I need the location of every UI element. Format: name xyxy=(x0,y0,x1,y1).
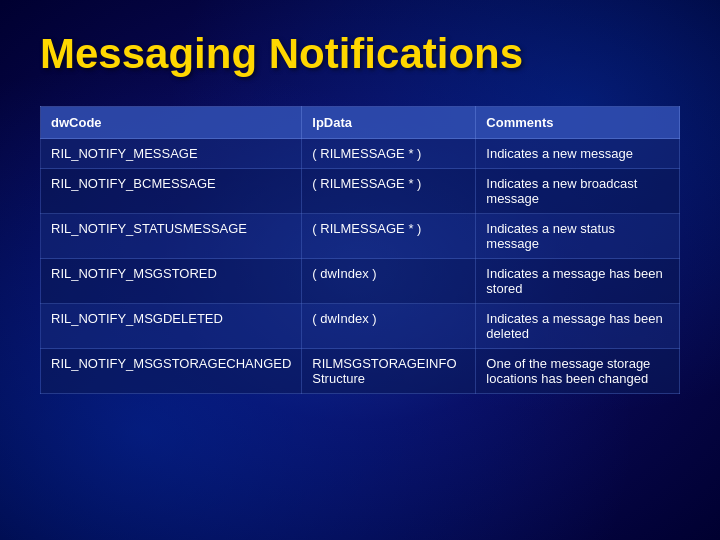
cell-lpdata: ( dwIndex ) xyxy=(302,259,476,304)
table-row: RIL_NOTIFY_BCMESSAGE( RILMESSAGE * )Indi… xyxy=(41,169,680,214)
header-lpdata: lpData xyxy=(302,107,476,139)
notifications-table: dwCode lpData Comments RIL_NOTIFY_MESSAG… xyxy=(40,106,680,394)
cell-lpdata: ( RILMESSAGE * ) xyxy=(302,169,476,214)
table-row: RIL_NOTIFY_MESSAGE( RILMESSAGE * )Indica… xyxy=(41,139,680,169)
table-row: RIL_NOTIFY_MSGSTORAGECHANGEDRILMSGSTORAG… xyxy=(41,349,680,394)
page-title: Messaging Notifications xyxy=(40,30,680,78)
table-row: RIL_NOTIFY_STATUSMESSAGE( RILMESSAGE * )… xyxy=(41,214,680,259)
table-header-row: dwCode lpData Comments xyxy=(41,107,680,139)
main-container: Messaging Notifications dwCode lpData Co… xyxy=(0,0,720,424)
cell-lpdata: ( RILMESSAGE * ) xyxy=(302,214,476,259)
header-comments: Comments xyxy=(476,107,680,139)
cell-dwcode: RIL_NOTIFY_MSGDELETED xyxy=(41,304,302,349)
table-row: RIL_NOTIFY_MSGDELETED( dwIndex )Indicate… xyxy=(41,304,680,349)
cell-comments: Indicates a new message xyxy=(476,139,680,169)
cell-comments: Indicates a message has been deleted xyxy=(476,304,680,349)
cell-comments: Indicates a new status message xyxy=(476,214,680,259)
table-row: RIL_NOTIFY_MSGSTORED( dwIndex )Indicates… xyxy=(41,259,680,304)
cell-lpdata: ( dwIndex ) xyxy=(302,304,476,349)
cell-dwcode: RIL_NOTIFY_MESSAGE xyxy=(41,139,302,169)
cell-lpdata: ( RILMESSAGE * ) xyxy=(302,139,476,169)
cell-dwcode: RIL_NOTIFY_BCMESSAGE xyxy=(41,169,302,214)
cell-comments: Indicates a new broadcast message xyxy=(476,169,680,214)
header-dwcode: dwCode xyxy=(41,107,302,139)
cell-dwcode: RIL_NOTIFY_MSGSTORAGECHANGED xyxy=(41,349,302,394)
cell-comments: One of the message storage locations has… xyxy=(476,349,680,394)
cell-comments: Indicates a message has been stored xyxy=(476,259,680,304)
cell-dwcode: RIL_NOTIFY_STATUSMESSAGE xyxy=(41,214,302,259)
cell-lpdata: RILMSGSTORAGEINFO Structure xyxy=(302,349,476,394)
cell-dwcode: RIL_NOTIFY_MSGSTORED xyxy=(41,259,302,304)
